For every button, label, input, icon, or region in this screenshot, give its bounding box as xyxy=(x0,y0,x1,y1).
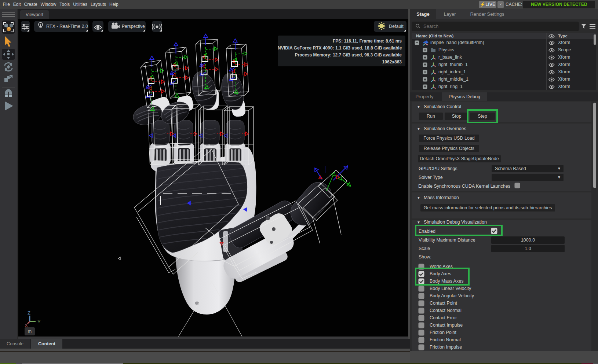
svg-text:Y: Y xyxy=(37,319,41,324)
svg-text:Z: Z xyxy=(28,310,30,316)
